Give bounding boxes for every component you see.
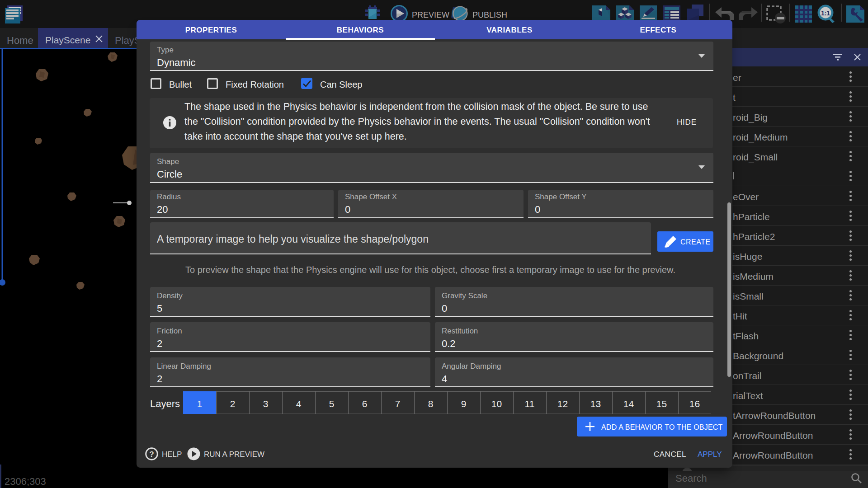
svg-text:?: ? [149,450,154,459]
svg-text:1:1: 1:1 [821,9,830,17]
